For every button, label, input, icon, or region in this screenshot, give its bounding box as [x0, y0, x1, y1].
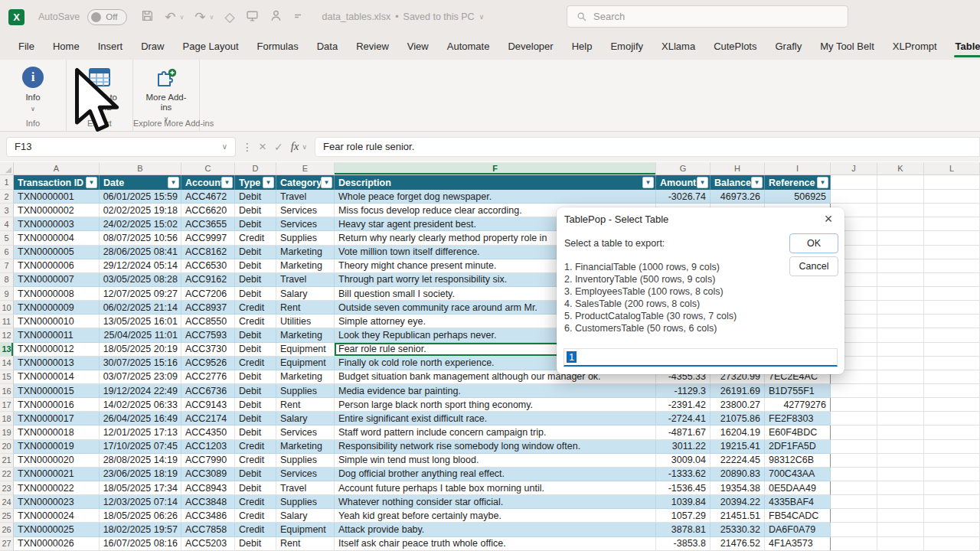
- cell-category[interactable]: Rent: [276, 537, 335, 551]
- cell-category[interactable]: Services: [276, 204, 335, 217]
- present-button[interactable]: [246, 9, 259, 25]
- cell-account[interactable]: ACC8937: [181, 301, 235, 315]
- cell-date[interactable]: 23/06/2025 18:19: [100, 468, 181, 481]
- cell-amount[interactable]: 3011.22: [656, 440, 710, 454]
- cell-account[interactable]: ACC3486: [181, 509, 235, 523]
- row-number-21[interactable]: 21: [0, 454, 14, 468]
- cell-reference[interactable]: 4335BAF4: [765, 495, 831, 509]
- row-number-27[interactable]: 27: [0, 537, 14, 551]
- empty-cell[interactable]: [924, 175, 980, 190]
- cell-type[interactable]: Credit: [235, 440, 276, 454]
- tab-data[interactable]: Data: [308, 34, 347, 59]
- cell-date[interactable]: 30/07/2025 15:16: [100, 357, 181, 370]
- empty-cell[interactable]: [877, 537, 924, 551]
- saved-status[interactable]: Saved to this PC: [403, 11, 475, 22]
- cell-transaction-id[interactable]: TXN0000015: [14, 384, 100, 398]
- cell-reference[interactable]: 42779276: [765, 398, 831, 412]
- cell-account[interactable]: ACC3089: [181, 468, 235, 481]
- undo-dropdown-icon[interactable]: ∨: [179, 14, 184, 21]
- column-letter-g[interactable]: G: [656, 162, 710, 175]
- cell-category[interactable]: Rent: [276, 398, 335, 412]
- row-number-3[interactable]: 3: [0, 204, 14, 217]
- empty-cell[interactable]: [877, 204, 924, 217]
- cell-amount[interactable]: -4871.67: [656, 425, 710, 439]
- column-header-transaction-id[interactable]: Transaction ID▼: [14, 175, 100, 190]
- empty-cell[interactable]: [831, 468, 877, 481]
- empty-cell[interactable]: [831, 509, 877, 523]
- row-number-18[interactable]: 18: [0, 412, 14, 425]
- cell-reference[interactable]: 700C43AA: [765, 468, 831, 481]
- cell-description[interactable]: Staff word pattern include concern campa…: [335, 425, 656, 439]
- empty-cell[interactable]: [877, 370, 924, 384]
- table-number-input[interactable]: 1: [564, 348, 838, 367]
- cell-category[interactable]: Equipment: [276, 523, 335, 536]
- cell-date[interactable]: 18/02/2025 19:57: [100, 523, 181, 536]
- cell-description[interactable]: Dog official brother anything real effec…: [335, 468, 656, 481]
- cell-transaction-id[interactable]: TXN0000020: [14, 454, 100, 468]
- cell-type[interactable]: Debit: [235, 481, 276, 495]
- cell-transaction-id[interactable]: TXN0000012: [14, 343, 100, 357]
- cell-type[interactable]: Debit: [235, 217, 276, 231]
- save-button[interactable]: [141, 9, 154, 25]
- cell-amount[interactable]: -2391.42: [656, 398, 710, 412]
- fx-dropdown-icon[interactable]: ∨: [302, 143, 308, 151]
- empty-cell[interactable]: [924, 301, 980, 315]
- cell-account[interactable]: ACC2174: [181, 412, 235, 425]
- row-number-17[interactable]: 17: [0, 398, 14, 412]
- empty-cell[interactable]: [831, 412, 877, 425]
- cell-account[interactable]: ACC4350: [181, 425, 235, 439]
- cell-account[interactable]: ACC6736: [181, 384, 235, 398]
- cell-transaction-id[interactable]: TXN0000003: [14, 217, 100, 231]
- cell-type[interactable]: Credit: [235, 301, 276, 315]
- search-input[interactable]: Search: [567, 5, 848, 28]
- cell-reference[interactable]: 98312C6B: [765, 454, 831, 468]
- empty-cell[interactable]: [924, 454, 980, 468]
- cell-amount[interactable]: 1039.84: [656, 495, 710, 509]
- tab-file[interactable]: File: [9, 34, 44, 59]
- column-letter-k[interactable]: K: [877, 162, 924, 175]
- cell-type[interactable]: Credit: [235, 495, 276, 509]
- tab-xlprompt[interactable]: XLPrompt: [884, 34, 946, 59]
- empty-cell[interactable]: [924, 328, 980, 342]
- tab-formulas[interactable]: Formulas: [248, 34, 308, 59]
- empty-cell[interactable]: [924, 537, 980, 551]
- row-number-13[interactable]: 13: [0, 343, 14, 357]
- empty-cell[interactable]: [877, 231, 924, 245]
- cell-category[interactable]: Salary: [276, 287, 335, 301]
- empty-cell[interactable]: [831, 175, 877, 190]
- cell-balance[interactable]: 21476.52: [710, 537, 765, 551]
- cell-description[interactable]: Account future perhaps I table box morni…: [335, 481, 656, 495]
- cell-account[interactable]: ACC2776: [181, 370, 235, 384]
- cell-balance[interactable]: 22224.45: [710, 454, 765, 468]
- cell-balance[interactable]: 16204.19: [710, 425, 765, 439]
- tab-emojify[interactable]: Emojify: [601, 34, 652, 59]
- cell-reference[interactable]: 2DF1FA5D: [765, 440, 831, 454]
- cell-transaction-id[interactable]: TXN0000004: [14, 231, 100, 245]
- empty-cell[interactable]: [924, 384, 980, 398]
- tab-insert[interactable]: Insert: [89, 34, 132, 59]
- cell-transaction-id[interactable]: TXN0000009: [14, 301, 100, 315]
- tab-page-layout[interactable]: Page Layout: [174, 34, 248, 59]
- cell-account[interactable]: ACC8162: [181, 246, 235, 259]
- tab-my-tool-belt[interactable]: My Tool Belt: [811, 34, 884, 59]
- row-number-19[interactable]: 19: [0, 425, 14, 439]
- cell-account[interactable]: ACC8550: [181, 315, 235, 328]
- name-box-dropdown-icon[interactable]: ∨: [222, 142, 227, 151]
- empty-cell[interactable]: [924, 190, 980, 204]
- confirm-entry-icon[interactable]: ✓: [274, 141, 283, 153]
- cell-description[interactable]: Whole peace forget dog newspaper.: [335, 190, 656, 204]
- column-header-category[interactable]: Category▼: [276, 175, 335, 190]
- cell-transaction-id[interactable]: TXN0000013: [14, 357, 100, 370]
- filter-dropdown-icon[interactable]: ▼: [697, 177, 708, 188]
- cell-category[interactable]: Utilities: [276, 315, 335, 328]
- cell-date[interactable]: 16/07/2025 08:16: [100, 537, 181, 551]
- cell-transaction-id[interactable]: TXN0000001: [14, 190, 100, 204]
- cell-category[interactable]: Supplies: [276, 231, 335, 245]
- cell-type[interactable]: Debit: [235, 537, 276, 551]
- empty-cell[interactable]: [831, 384, 877, 398]
- cell-type[interactable]: Debit: [235, 287, 276, 301]
- cell-account[interactable]: ACC7593: [181, 328, 235, 342]
- cell-account[interactable]: ACC8943: [181, 481, 235, 495]
- cell-description[interactable]: Simple win tend must long blood.: [335, 454, 656, 468]
- cell-transaction-id[interactable]: TXN0000024: [14, 509, 100, 523]
